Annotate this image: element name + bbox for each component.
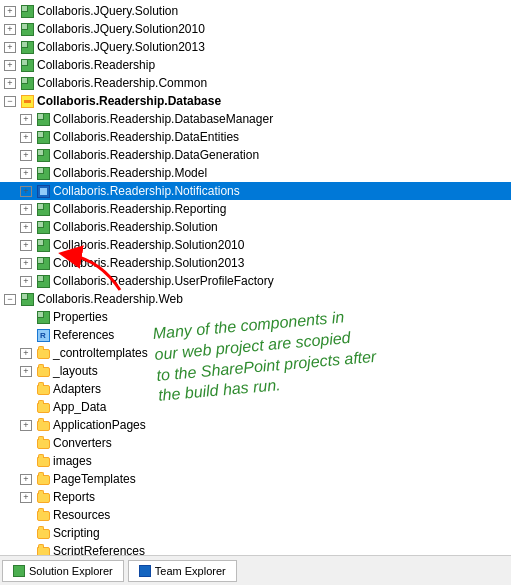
tree-item[interactable]: +Adapters: [0, 380, 511, 398]
tree-item-icon: [35, 417, 51, 433]
tree-item-icon: [35, 471, 51, 487]
tree-item[interactable]: +Collaboris.Readership.Solution: [0, 218, 511, 236]
tree-expander[interactable]: −: [2, 291, 18, 307]
tree-item[interactable]: +Collaboris.Readership.Common: [0, 74, 511, 92]
tree-expander[interactable]: +: [18, 453, 34, 469]
tree-item-icon: [35, 489, 51, 505]
tree-expander[interactable]: +: [18, 237, 34, 253]
tree-item[interactable]: +Collaboris.Readership.DatabaseManager: [0, 110, 511, 128]
tree-item-icon: [35, 345, 51, 361]
tree-item[interactable]: +Reports: [0, 488, 511, 506]
tree-item-label: Collaboris.Readership.Web: [37, 292, 183, 306]
tree-item-label: _controltemplates: [53, 346, 148, 360]
tree-item[interactable]: +PageTemplates: [0, 470, 511, 488]
tree-expander[interactable]: +: [18, 201, 34, 217]
tree-item[interactable]: +Scripting: [0, 524, 511, 542]
tree-item[interactable]: +images: [0, 452, 511, 470]
tree-expander[interactable]: +: [18, 309, 34, 325]
tree-item-icon: [35, 507, 51, 523]
tree-item-label: App_Data: [53, 400, 106, 414]
tree-item-label: Converters: [53, 436, 112, 450]
tree-expander[interactable]: +: [18, 417, 34, 433]
tree-item-icon: [35, 147, 51, 163]
tree-item-icon: [35, 237, 51, 253]
tree-expander[interactable]: +: [18, 435, 34, 451]
tree-expander[interactable]: +: [18, 327, 34, 343]
tree-expander[interactable]: +: [18, 543, 34, 555]
tree-item[interactable]: −Collaboris.Readership.Database: [0, 92, 511, 110]
tree-item-label: Reports: [53, 490, 95, 504]
tree-item-label: Scripting: [53, 526, 100, 540]
tree-expander[interactable]: +: [18, 345, 34, 361]
tree-expander[interactable]: +: [18, 507, 34, 523]
tree-item-icon: [19, 57, 35, 73]
tree-item-label: Collaboris.Readership: [37, 58, 155, 72]
tree-item-label: Collaboris.Readership.Notifications: [53, 184, 240, 198]
tree-item[interactable]: +Collaboris.JQuery.Solution: [0, 2, 511, 20]
tree-expander[interactable]: +: [18, 399, 34, 415]
tree-item-label: Collaboris.Readership.DatabaseManager: [53, 112, 273, 126]
tab-team-explorer-label: Team Explorer: [155, 565, 226, 577]
tree-item-icon: [35, 183, 51, 199]
tree-expander[interactable]: +: [18, 381, 34, 397]
tree-item-label: images: [53, 454, 92, 468]
tree-expander[interactable]: −: [2, 93, 18, 109]
tree-item-icon: [35, 381, 51, 397]
tree-item-label: Collaboris.Readership.Database: [37, 94, 221, 108]
tree-item[interactable]: +Properties: [0, 308, 511, 326]
tree-expander[interactable]: +: [18, 129, 34, 145]
tree-item[interactable]: +ApplicationPages: [0, 416, 511, 434]
tree-item[interactable]: +Collaboris.Readership.Solution2013: [0, 254, 511, 272]
tree-expander[interactable]: +: [2, 3, 18, 19]
tree-item-label: Collaboris.Readership.Solution2010: [53, 238, 244, 252]
tree-expander[interactable]: +: [18, 165, 34, 181]
tab-team-explorer[interactable]: Team Explorer: [128, 560, 237, 582]
tree-item-icon: [35, 201, 51, 217]
tree-item-icon: [19, 21, 35, 37]
tree-item[interactable]: +ScriptReferences: [0, 542, 511, 555]
tree-item[interactable]: +Collaboris.Readership.DataEntities: [0, 128, 511, 146]
tree-item-icon: [19, 3, 35, 19]
tree-item[interactable]: −Collaboris.Readership.Web: [0, 290, 511, 308]
tree-expander[interactable]: +: [18, 183, 34, 199]
tree-expander[interactable]: +: [2, 57, 18, 73]
tree-item[interactable]: +Collaboris.JQuery.Solution2013: [0, 38, 511, 56]
tree-item-label: Adapters: [53, 382, 101, 396]
tree-expander[interactable]: +: [18, 219, 34, 235]
tree-expander[interactable]: +: [2, 75, 18, 91]
tree-item[interactable]: +Collaboris.Readership.Model: [0, 164, 511, 182]
tree-expander[interactable]: +: [18, 525, 34, 541]
tree-item-icon: [35, 543, 51, 555]
tree-expander[interactable]: +: [18, 147, 34, 163]
tree-item[interactable]: +Collaboris.Readership.Reporting: [0, 200, 511, 218]
tree-item[interactable]: +Collaboris.Readership: [0, 56, 511, 74]
tree-item-label: Collaboris.Readership.Solution2013: [53, 256, 244, 270]
tree-item[interactable]: +Converters: [0, 434, 511, 452]
tree-item-icon: [35, 111, 51, 127]
tree-expander[interactable]: +: [18, 273, 34, 289]
tree-expander[interactable]: +: [2, 21, 18, 37]
tree-item[interactable]: +Collaboris.Readership.Solution2010: [0, 236, 511, 254]
tree-item[interactable]: +_layouts: [0, 362, 511, 380]
tree-expander[interactable]: +: [18, 363, 34, 379]
tree-expander[interactable]: +: [18, 255, 34, 271]
tree-expander[interactable]: +: [18, 471, 34, 487]
tree-item[interactable]: +Collaboris.JQuery.Solution2010: [0, 20, 511, 38]
tree-item[interactable]: +Collaboris.Readership.UserProfileFactor…: [0, 272, 511, 290]
tree-item-label: ApplicationPages: [53, 418, 146, 432]
tree-item[interactable]: +Collaboris.Readership.Notifications: [0, 182, 511, 200]
tree-item-label: Collaboris.Readership.DataEntities: [53, 130, 239, 144]
tree-item[interactable]: +App_Data: [0, 398, 511, 416]
tree-expander[interactable]: +: [2, 39, 18, 55]
tab-solution-explorer[interactable]: Solution Explorer: [2, 560, 124, 582]
tree-item[interactable]: +_controltemplates: [0, 344, 511, 362]
tree-item-label: Properties: [53, 310, 108, 324]
tree-item[interactable]: +Resources: [0, 506, 511, 524]
tree-expander[interactable]: +: [18, 111, 34, 127]
tree-item-label: Collaboris.Readership.DataGeneration: [53, 148, 259, 162]
tree-item-icon: [19, 75, 35, 91]
tree-expander[interactable]: +: [18, 489, 34, 505]
tree-item[interactable]: +Collaboris.Readership.DataGeneration: [0, 146, 511, 164]
tree-item[interactable]: +RReferences: [0, 326, 511, 344]
tree-item-label: _layouts: [53, 364, 98, 378]
